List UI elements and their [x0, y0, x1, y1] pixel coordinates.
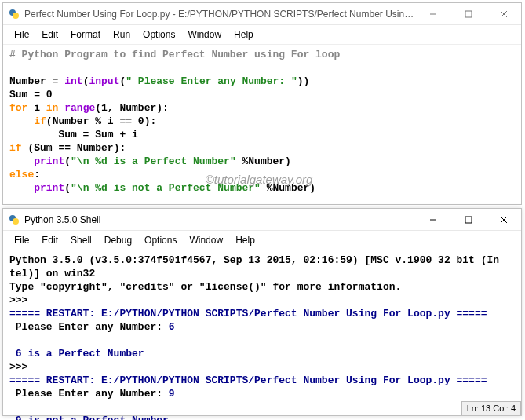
editor-window: Perfect Number Using For Loop.py - E:/PY… — [2, 2, 522, 205]
shell-titlebar[interactable]: Python 3.5.0 Shell — [3, 209, 521, 231]
svg-rect-2 — [465, 11, 472, 17]
svg-point-1 — [13, 13, 19, 19]
editor-menubar: File Edit Format Run Options Window Help — [3, 25, 521, 45]
python-shell-icon — [8, 214, 20, 226]
minimize-button[interactable] — [415, 209, 450, 231]
minimize-button[interactable] — [415, 3, 450, 25]
menu-debug[interactable]: Debug — [98, 233, 138, 247]
shell-title: Python 3.5.0 Shell — [24, 214, 415, 225]
menu-shell[interactable]: Shell — [64, 233, 98, 247]
status-bar: Ln: 13 Col: 4 — [461, 401, 521, 415]
menu-window[interactable]: Window — [183, 233, 229, 247]
menu-help[interactable]: Help — [229, 233, 261, 247]
menu-edit[interactable]: Edit — [35, 233, 64, 247]
menu-run[interactable]: Run — [107, 27, 137, 42]
editor-window-buttons — [415, 3, 521, 25]
svg-point-4 — [13, 218, 19, 225]
menu-options[interactable]: Options — [138, 233, 183, 247]
shell-window: Python 3.5.0 Shell File Edit Shell Debug… — [2, 208, 522, 416]
code-editor[interactable]: # Python Program to find Perfect Number … — [3, 45, 521, 198]
menu-file[interactable]: File — [8, 27, 35, 42]
menu-help[interactable]: Help — [228, 27, 260, 42]
maximize-button[interactable] — [450, 3, 486, 25]
menu-format[interactable]: Format — [64, 27, 107, 42]
shell-menubar: File Edit Shell Debug Options Window Hel… — [3, 231, 521, 250]
menu-edit[interactable]: Edit — [35, 27, 64, 42]
python-file-icon — [8, 8, 20, 20]
menu-file[interactable]: File — [8, 233, 35, 247]
maximize-button[interactable] — [450, 209, 486, 231]
svg-rect-5 — [465, 217, 472, 223]
menu-window[interactable]: Window — [181, 27, 228, 42]
menu-options[interactable]: Options — [137, 27, 181, 42]
shell-output[interactable]: Python 3.5.0 (v3.5.0:374f501f4567, Sep 1… — [3, 250, 521, 420]
editor-title: Perfect Number Using For Loop.py - E:/PY… — [24, 9, 415, 20]
close-button[interactable] — [486, 3, 521, 25]
shell-window-buttons — [415, 209, 521, 231]
editor-titlebar[interactable]: Perfect Number Using For Loop.py - E:/PY… — [3, 3, 521, 25]
close-button[interactable] — [486, 209, 521, 231]
